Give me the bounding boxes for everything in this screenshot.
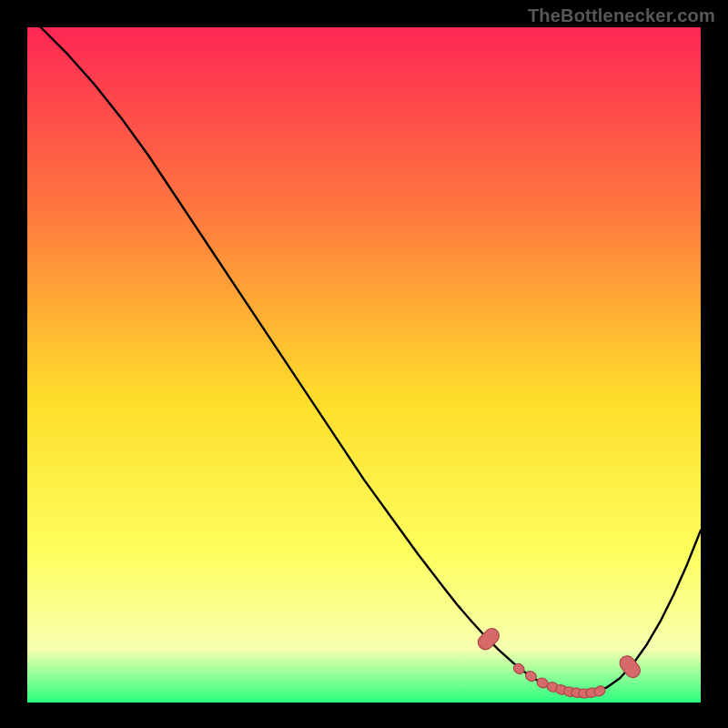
bottleneck-chart (27, 27, 701, 703)
plot-area-wrap (27, 27, 701, 703)
attribution-text: TheBottlenecker.com (528, 5, 715, 26)
chart-frame: TheBottlenecker.com (0, 0, 728, 728)
